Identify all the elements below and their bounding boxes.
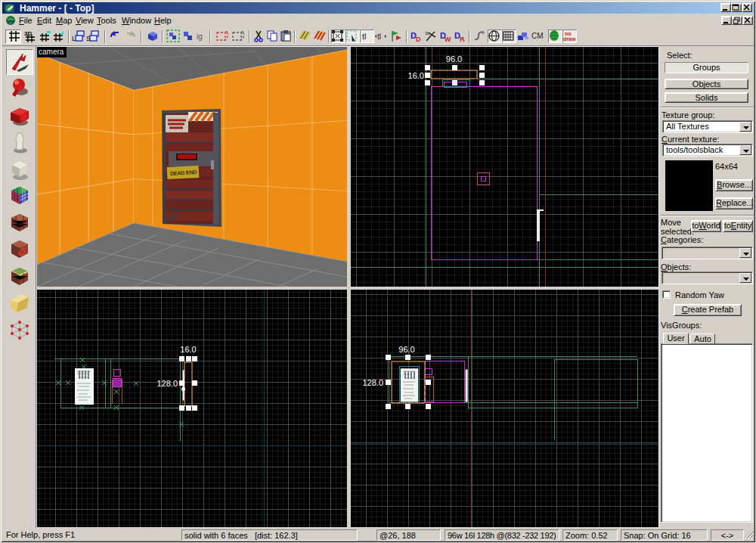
svg-text:16.0: 16.0 xyxy=(180,345,196,354)
svg-text:draw: draw xyxy=(563,36,576,42)
svg-text:no: no xyxy=(565,31,572,36)
svg-text:D: D xyxy=(416,36,421,43)
svg-text:ig: ig xyxy=(197,33,203,41)
svg-text:96.0: 96.0 xyxy=(446,54,462,64)
svg-text:tl: tl xyxy=(377,33,381,41)
svg-text:128.0: 128.0 xyxy=(156,379,178,388)
svg-text:W: W xyxy=(445,36,451,43)
svg-text:96.0: 96.0 xyxy=(398,345,414,354)
svg-text:R: R xyxy=(460,36,465,43)
svg-text:128.0: 128.0 xyxy=(362,378,383,387)
svg-text:L: L xyxy=(72,35,76,42)
svg-text:16.0: 16.0 xyxy=(408,71,424,80)
svg-text:tl: tl xyxy=(362,32,367,41)
svg-text:CM: CM xyxy=(531,32,544,40)
